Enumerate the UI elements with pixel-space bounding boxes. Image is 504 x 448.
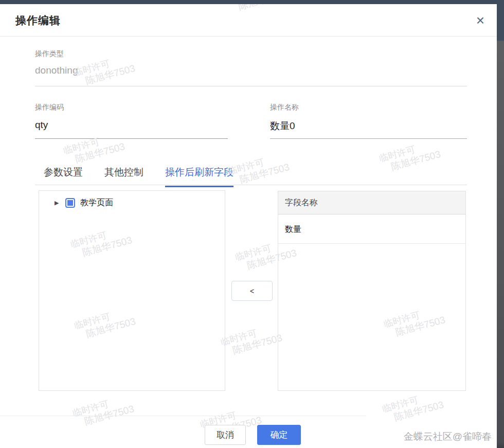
tree-node-label: 教学页面 (80, 198, 113, 208)
checkbox-indeterminate[interactable] (65, 198, 75, 208)
dialog-header: 操作编辑 × (0, 4, 497, 37)
operation-name-input[interactable]: 数量0 (270, 119, 295, 133)
tab-refresh-fields-after-operation[interactable]: 操作后刷新字段 (165, 166, 233, 187)
cancel-button[interactable]: 取消 (205, 425, 246, 445)
table-header-field-name: 字段名称 (278, 191, 465, 214)
tab-other-controls[interactable]: 其他控制 (104, 166, 143, 187)
operation-code-input[interactable]: qty (35, 119, 48, 131)
operation-name-underline (270, 138, 467, 139)
operation-type-value: donothing (35, 65, 78, 76)
field-tree-panel: ▶ 教学页面 (39, 190, 225, 391)
selected-fields-table: 字段名称 数量 (278, 191, 466, 391)
close-icon[interactable]: × (471, 11, 490, 30)
page-top-background (0, 0, 504, 4)
operation-type-underline (35, 86, 467, 86)
dialog-title: 操作编辑 (15, 4, 61, 37)
footer-divider (0, 416, 366, 416)
operation-type-label: 操作类型 (35, 49, 64, 59)
expand-arrow-icon[interactable]: ▶ (55, 200, 62, 206)
move-left-button[interactable]: < (231, 281, 273, 301)
tab-parameter-settings[interactable]: 参数设置 (44, 166, 83, 187)
community-credit-text: 金蝶云社区@雀啼春 (404, 430, 492, 443)
tab-bar: 参数设置 其他控制 操作后刷新字段 (44, 166, 233, 187)
table-row[interactable]: 数量 (278, 214, 465, 244)
operation-code-label: 操作编码 (35, 103, 64, 112)
checkbox-indeterminate-mark (67, 200, 73, 206)
page-right-background (497, 0, 504, 448)
confirm-button[interactable]: 确定 (257, 425, 301, 445)
operation-edit-dialog: 操作编辑 × 操作类型 donothing 操作编码 qty 操作名称 数量0 … (0, 4, 497, 448)
tree-node-root[interactable]: ▶ 教学页面 (55, 198, 225, 208)
operation-code-underline (35, 138, 228, 139)
operation-name-label: 操作名称 (270, 103, 299, 112)
